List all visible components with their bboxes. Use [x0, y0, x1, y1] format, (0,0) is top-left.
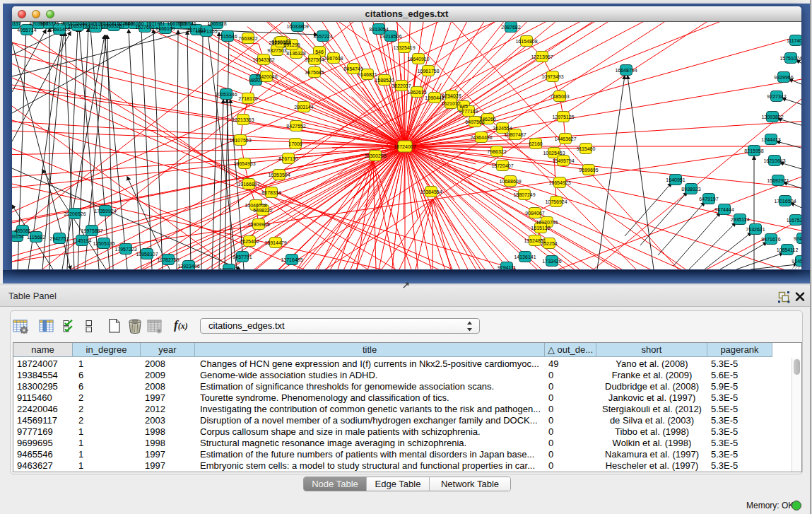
svg-text:19384554: 19384554 [420, 189, 442, 194]
svg-text:20053346: 20053346 [215, 92, 237, 97]
svg-text:19218506: 19218506 [379, 34, 401, 39]
svg-text:6794028: 6794028 [442, 93, 461, 98]
svg-text:9146821: 9146821 [358, 72, 377, 77]
svg-text:39154: 39154 [12, 234, 24, 239]
svg-text:17016504: 17016504 [774, 199, 796, 204]
svg-text:1527602: 1527602 [135, 25, 154, 30]
svg-text:9245011: 9245011 [794, 236, 801, 241]
svg-text:9084067: 9084067 [525, 211, 544, 216]
svg-text:10654112: 10654112 [777, 247, 799, 252]
svg-text:8136328: 8136328 [286, 51, 305, 56]
svg-text:10107553: 10107553 [229, 138, 251, 143]
svg-text:3557224: 3557224 [313, 34, 332, 39]
svg-text:1244413: 1244413 [761, 137, 780, 142]
svg-text:16154808: 16154808 [515, 39, 537, 44]
svg-text:16210643: 16210643 [763, 158, 785, 163]
svg-text:12923446: 12923446 [177, 264, 199, 269]
svg-text:3875685: 3875685 [305, 70, 324, 75]
svg-text:8678334: 8678334 [261, 190, 281, 195]
svg-text:10973493: 10973493 [541, 74, 563, 79]
svg-text:2718170: 2718170 [238, 96, 257, 101]
svg-text:19975887: 19975887 [81, 228, 102, 233]
svg-text:16120746: 16120746 [536, 220, 558, 225]
svg-text:1167533: 1167533 [787, 218, 801, 223]
svg-text:20691406: 20691406 [48, 27, 70, 32]
svg-text:10688609: 10688609 [499, 179, 521, 184]
svg-text:7986322: 7986322 [487, 149, 506, 154]
svg-text:8427552: 8427552 [286, 124, 305, 129]
svg-text:8471676: 8471676 [761, 237, 780, 242]
svg-text:1588520: 1588520 [375, 78, 394, 83]
svg-text:10756924: 10756924 [545, 199, 567, 204]
svg-text:12213967: 12213967 [531, 54, 553, 59]
svg-text:1063375: 1063375 [40, 22, 59, 26]
svg-text:2803144: 2803144 [294, 105, 313, 110]
svg-text:15495794: 15495794 [552, 158, 574, 163]
svg-text:8267130: 8267130 [278, 156, 298, 161]
svg-text:6466160: 6466160 [155, 26, 175, 31]
svg-text:14463627: 14463627 [554, 136, 576, 141]
svg-text:9227342: 9227342 [767, 94, 786, 99]
svg-text:6479197: 6479197 [699, 197, 718, 201]
svg-text:3822037: 3822037 [392, 83, 411, 88]
svg-text:19654923: 19654923 [548, 180, 570, 185]
svg-text:23420046: 23420046 [255, 74, 277, 79]
svg-text:5498222: 5498222 [253, 208, 272, 213]
svg-text:17359924: 17359924 [94, 209, 116, 214]
svg-text:14136141: 14136141 [514, 255, 536, 259]
svg-text:16909948: 16909948 [247, 222, 269, 227]
svg-text:9474444: 9474444 [714, 207, 734, 212]
svg-text:9329966: 9329966 [774, 75, 793, 80]
svg-text:7515546: 7515546 [177, 22, 196, 26]
svg-text:15720407: 15720407 [491, 163, 513, 168]
svg-text:1065328: 1065328 [207, 22, 226, 26]
svg-text:9457791: 9457791 [233, 255, 252, 259]
svg-text:20206526: 20206526 [64, 211, 86, 216]
svg-text:845: 845 [459, 104, 468, 109]
svg-text:12975135: 12975135 [552, 115, 574, 119]
svg-text:16961758: 16961758 [417, 69, 439, 74]
svg-text:1733426: 1733426 [542, 259, 561, 264]
svg-text:16640910: 16640910 [407, 57, 429, 62]
svg-text:6497568: 6497568 [465, 119, 484, 124]
svg-text:17957223: 17957223 [114, 247, 136, 252]
svg-text:9777169: 9777169 [459, 109, 478, 114]
svg-text:1063375: 1063375 [68, 23, 87, 28]
svg-text:993171: 993171 [87, 25, 103, 30]
svg-text:7515546: 7515546 [218, 34, 237, 39]
svg-text:9699695: 9699695 [579, 168, 598, 173]
svg-text:12505135: 12505135 [93, 241, 114, 246]
svg-text:9115460: 9115460 [577, 146, 596, 151]
svg-text:10958107: 10958107 [136, 252, 158, 257]
svg-text:1615132: 1615132 [531, 226, 550, 230]
svg-text:10653287: 10653287 [102, 23, 124, 28]
svg-text:2087682: 2087682 [501, 25, 520, 30]
svg-text:62160: 62160 [529, 141, 543, 146]
svg-text:1362615: 1362615 [407, 90, 426, 95]
svg-text:16782759: 16782759 [157, 257, 179, 262]
svg-text:8454749: 8454749 [343, 66, 363, 71]
svg-text:19166827: 19166827 [237, 182, 259, 187]
svg-text:18724007: 18724007 [394, 144, 416, 149]
svg-text:16671355: 16671355 [195, 29, 217, 34]
svg-text:12213363: 12213363 [232, 117, 254, 122]
svg-text:2935114: 2935114 [731, 217, 750, 222]
svg-text:891295: 891295 [283, 42, 300, 47]
svg-text:1621072: 1621072 [441, 101, 460, 106]
svg-text:17006: 17006 [288, 141, 302, 146]
svg-text:8938923: 8938923 [681, 187, 700, 192]
svg-text:252254: 252254 [541, 241, 557, 246]
svg-text:7485003: 7485003 [550, 94, 569, 99]
svg-text:2367608: 2367608 [324, 56, 343, 61]
svg-text:16648794: 16648794 [615, 68, 637, 73]
svg-text:9327504: 9327504 [305, 57, 324, 62]
svg-text:9327503: 9327503 [267, 48, 286, 53]
svg-text:7632621: 7632621 [746, 227, 765, 232]
svg-text:9245612: 9245612 [792, 259, 801, 264]
svg-text:10543382: 10543382 [252, 57, 274, 62]
svg-text:12093822: 12093822 [761, 115, 783, 119]
svg-text:4055714: 4055714 [17, 28, 36, 33]
svg-text:18807249: 18807249 [513, 192, 535, 197]
svg-text:485081: 485081 [14, 228, 30, 233]
svg-text:2942757: 2942757 [49, 236, 69, 241]
